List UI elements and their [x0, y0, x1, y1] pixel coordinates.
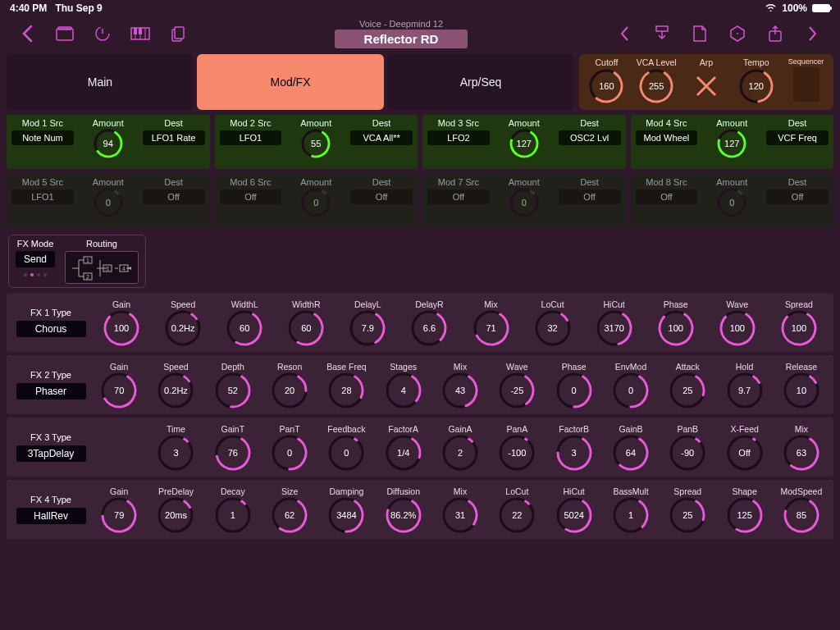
back-button[interactable] [15, 21, 39, 46]
fx-knob-bassmult[interactable]: 1 [613, 497, 649, 533]
mod-src-selector[interactable]: Off [636, 189, 698, 204]
fx-knob-base freq[interactable]: 28 [328, 372, 364, 409]
fx-type-selector[interactable]: 3TapDelay [16, 445, 86, 462]
mod-dest-selector[interactable]: Off [143, 189, 205, 204]
mod-src-selector[interactable]: Off [427, 189, 490, 204]
fx-knob-diffusion[interactable]: 86.2% [386, 497, 422, 533]
mod-dest-selector[interactable]: OSC2 Lvl [559, 130, 621, 145]
knob-icon[interactable] [90, 21, 115, 46]
mod-amount-knob[interactable]: 0 [301, 188, 331, 217]
fx-knob-hicut[interactable]: 3170 [596, 310, 632, 346]
piano-icon[interactable] [128, 21, 153, 46]
fx-type-selector[interactable]: HallRev [16, 508, 86, 524]
fx-knob-time[interactable]: 3 [158, 435, 194, 471]
prev-patch-button[interactable] [612, 21, 637, 46]
folder-icon[interactable] [52, 21, 77, 46]
fx-knob-decay[interactable]: 1 [215, 497, 251, 533]
fx-knob-spread[interactable]: 100 [781, 310, 817, 346]
fx-knob-x-feed[interactable]: Off [727, 435, 763, 471]
fx-knob-attack[interactable]: 25 [669, 372, 705, 409]
fx-knob-widthr[interactable]: 60 [288, 310, 324, 346]
mod-src-selector[interactable]: LFO1 [220, 130, 282, 145]
perf-knob-tempo[interactable]: 120 [739, 69, 774, 103]
fx-knob-speed[interactable]: 0.2Hz [165, 310, 201, 346]
fx-knob-spread[interactable]: 25 [669, 497, 705, 533]
mod-amount-knob[interactable]: 55 [301, 129, 331, 158]
mod-src-selector[interactable]: LFO1 [11, 189, 74, 204]
fx-knob-feedback[interactable]: 0 [328, 435, 364, 471]
mod-amount-knob[interactable]: 127 [717, 129, 746, 158]
fx-knob-reson[interactable]: 20 [272, 372, 308, 409]
fx-knob-gainb[interactable]: 64 [613, 435, 649, 471]
fx-knob-locut[interactable]: 22 [499, 497, 535, 533]
fx-knob-stages[interactable]: 4 [386, 372, 422, 409]
fx-type-selector[interactable]: Phaser [16, 383, 86, 399]
copy-icon[interactable] [166, 21, 190, 46]
fx-knob-hicut[interactable]: 5024 [556, 497, 592, 533]
mod-amount-knob[interactable]: 0 [509, 188, 539, 217]
mod-dest-selector[interactable]: VCF Freq [766, 130, 829, 145]
fx-knob-gain[interactable]: 100 [103, 310, 139, 346]
fx-knob-pant[interactable]: 0 [272, 435, 308, 471]
fx-knob-pana[interactable]: -100 [499, 435, 535, 471]
mod-dest-selector[interactable]: Off [766, 189, 829, 204]
mod-src-selector[interactable]: Off [220, 189, 282, 204]
mod-dest-selector[interactable]: Off [559, 189, 621, 204]
arp-toggle[interactable] [692, 69, 720, 103]
mod-amount-knob[interactable]: 127 [509, 129, 539, 158]
fx-knob-mix[interactable]: 43 [442, 372, 478, 409]
mod-src-selector[interactable]: Mod Wheel [636, 130, 698, 145]
fx-knob-depth[interactable]: 52 [215, 372, 251, 409]
mod-amount-knob[interactable]: 94 [94, 129, 123, 158]
fx-knob-predelay[interactable]: 20ms [158, 497, 194, 533]
patch-name[interactable]: Reflector RD [335, 30, 468, 48]
fx-mode-selector[interactable]: Send [16, 251, 55, 267]
sequencer-button[interactable] [793, 67, 819, 102]
fx-knob-mix[interactable]: 71 [473, 310, 509, 346]
mod-dest-selector[interactable]: Off [350, 189, 413, 204]
fx-knob-phase[interactable]: 0 [556, 372, 592, 409]
fx-knob-wave[interactable]: 100 [719, 310, 756, 346]
new-icon[interactable] [687, 21, 712, 46]
fx-knob-phase[interactable]: 100 [658, 310, 694, 346]
fx-type-selector[interactable]: Chorus [16, 321, 86, 337]
fx-knob-release[interactable]: 10 [783, 372, 819, 409]
fx-knob-speed[interactable]: 0.2Hz [158, 372, 194, 409]
tab-arpseq[interactable]: Arp/Seq [387, 54, 574, 110]
mod-dest-selector[interactable]: LFO1 Rate [143, 130, 205, 145]
fx-knob-factora[interactable]: 1/4 [386, 435, 422, 471]
fx-knob-delayr[interactable]: 6.6 [411, 310, 447, 346]
share-icon[interactable] [763, 21, 788, 46]
fx-knob-hold[interactable]: 9.7 [727, 372, 763, 409]
fx-knob-gaint[interactable]: 76 [215, 435, 251, 471]
fx-knob-gain[interactable]: 79 [101, 497, 137, 533]
fx-knob-modspeed[interactable]: 85 [783, 497, 819, 533]
routing-diagram[interactable]: 1 2 3 4 [65, 251, 139, 284]
perf-knob-cutoff[interactable]: 160 [589, 69, 623, 103]
fx-knob-size[interactable]: 62 [272, 497, 308, 533]
fx-knob-mix[interactable]: 31 [442, 497, 478, 533]
mod-amount-knob[interactable]: 0 [717, 188, 746, 217]
dice-icon[interactable] [725, 21, 750, 46]
fx-knob-wave[interactable]: -25 [499, 372, 535, 409]
mod-dest-selector[interactable]: VCA All** [350, 130, 413, 145]
fx-knob-gain[interactable]: 70 [101, 372, 137, 409]
fx-knob-locut[interactable]: 32 [535, 310, 571, 346]
fx-knob-widthl[interactable]: 60 [226, 310, 262, 346]
tab-modfx[interactable]: Mod/FX [197, 54, 384, 110]
next-patch-button[interactable] [801, 21, 825, 46]
mod-src-selector[interactable]: Note Num [11, 130, 74, 145]
fx-knob-factorb[interactable]: 3 [556, 435, 592, 471]
fx-knob-damping[interactable]: 3484 [328, 497, 364, 533]
fx-knob-delayl[interactable]: 7.9 [349, 310, 386, 346]
fx-knob-envmod[interactable]: 0 [613, 372, 649, 409]
fx-knob-panb[interactable]: -90 [669, 435, 705, 471]
save-icon[interactable] [650, 21, 674, 46]
fx-knob-shape[interactable]: 125 [727, 497, 763, 533]
fx-knob-gaina[interactable]: 2 [442, 435, 478, 471]
tab-main[interactable]: Main [7, 54, 194, 110]
mod-amount-knob[interactable]: 0 [94, 188, 123, 217]
fx-knob-mix[interactable]: 63 [783, 435, 819, 471]
mod-src-selector[interactable]: LFO2 [427, 130, 490, 145]
perf-knob-vca level[interactable]: 255 [639, 69, 673, 103]
